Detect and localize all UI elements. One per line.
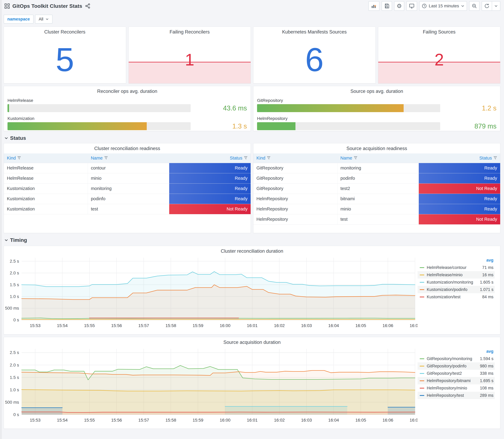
settings-button[interactable]: ⚙ — [394, 1, 404, 11]
variable-value-text: All — [39, 17, 43, 22]
dashboard-header: GitOps Toolkit Cluster Stats ⚙ — [0, 0, 504, 12]
svg-text:15:53: 15:53 — [30, 418, 40, 423]
gauge-label: Kustomization — [8, 116, 247, 121]
series-name[interactable]: GitRepository/test2 — [427, 371, 462, 376]
column-label: Name — [91, 156, 102, 161]
legend-item: Kustomization/podinfo1.071 s — [418, 286, 495, 293]
chevron-down-icon — [45, 17, 49, 21]
scrollbar-track[interactable] — [0, 0, 2, 439]
column-label: Status — [479, 156, 492, 161]
variable-namespace-value[interactable]: All — [35, 15, 52, 24]
time-range-label: Last 15 minutes — [429, 3, 459, 8]
panel-title[interactable]: Failing Sources — [378, 27, 500, 35]
cell-status: Ready — [419, 173, 500, 183]
cell-name: minio — [88, 173, 169, 183]
time-series-plot[interactable]: 0 s500 ms1.0 s1.5 s2.0 s2.5 s15:5315:541… — [4, 255, 418, 329]
stats-row: Cluster Reconcilers 5 Failing Reconciler… — [0, 27, 504, 84]
save-dashboard-button[interactable] — [381, 1, 392, 11]
tv-mode-button[interactable] — [406, 1, 417, 11]
svg-text:15:55: 15:55 — [84, 323, 95, 328]
series-name[interactable]: Kustomization/monitoring — [427, 280, 473, 285]
series-name[interactable]: Kustomization/test — [427, 295, 461, 299]
filter-icon[interactable] — [17, 156, 21, 160]
series-avg-value: 980 ms — [480, 364, 493, 368]
chevron-down-icon — [4, 136, 8, 140]
series-name[interactable]: HelmRepository/bitnami — [427, 378, 471, 383]
panel-title[interactable]: Kubernetes Manifests Sources — [253, 27, 375, 35]
series-avg-value: 16 ms — [482, 273, 493, 277]
column-label: Name — [340, 156, 352, 161]
column-header-name[interactable]: Name — [337, 153, 419, 163]
section-timing[interactable]: Timing — [0, 233, 504, 245]
panel-title[interactable]: Source acquisition duration — [4, 337, 500, 345]
svg-text:16:07: 16:07 — [410, 323, 418, 328]
series-name[interactable]: GitRepository/monitoring — [427, 356, 472, 361]
panel-title[interactable]: Reconciler ops avg. duration — [8, 86, 247, 94]
panel-title[interactable]: Source ops avg. duration — [257, 86, 496, 94]
filter-icon[interactable] — [493, 156, 497, 160]
dashboard-icon — [5, 3, 10, 9]
gauge-track — [8, 122, 191, 130]
series-color-swatch — [420, 267, 424, 268]
panel-title[interactable]: Failing Reconcilers — [129, 27, 251, 35]
clock-icon — [422, 3, 427, 9]
svg-text:16:00: 16:00 — [220, 418, 230, 423]
column-header-status[interactable]: Status — [169, 153, 251, 163]
panel-title[interactable]: Cluster reconciliation readiness — [4, 143, 251, 151]
panel-title[interactable]: Source acquisition readiness — [253, 143, 500, 151]
cell-status: Ready — [169, 163, 251, 173]
cell-name: monitoring — [337, 163, 419, 173]
series-color-swatch — [420, 388, 424, 389]
series-color-swatch — [420, 289, 424, 290]
legend-item: Kustomization/monitoring1.605 s — [418, 279, 495, 286]
legend-item: GitRepository/monitoring1.594 s — [418, 355, 495, 362]
time-series-plot[interactable]: 0 s500 ms1.0 s1.5 s2.0 s2.5 s15:5315:541… — [4, 346, 418, 424]
cell-name: podinfo — [337, 173, 419, 183]
svg-text:15:56: 15:56 — [111, 418, 122, 423]
svg-text:15:58: 15:58 — [165, 323, 176, 328]
readiness-table: KindNameStatusHelmReleasecontourReadyHel… — [4, 153, 251, 214]
svg-text:16:03: 16:03 — [301, 323, 312, 328]
series-color-swatch — [420, 282, 424, 283]
cell-status: Ready — [419, 204, 500, 214]
table-row: GitRepositorymonitoringReady — [253, 163, 500, 173]
panel-title[interactable]: Cluster Reconcilers — [4, 27, 126, 35]
filter-icon[interactable] — [354, 156, 357, 160]
filter-icon[interactable] — [267, 156, 270, 160]
series-name[interactable]: HelmRelease/minio — [427, 273, 463, 277]
legend-avg-header[interactable]: avg — [418, 257, 495, 264]
column-header-name[interactable]: Name — [88, 153, 169, 163]
panel-title[interactable]: Cluster reconciliation duration — [4, 246, 500, 254]
panel-kubernetes-manifests-sources: Kubernetes Manifests Sources 6 — [253, 27, 376, 84]
column-header-status[interactable]: Status — [419, 153, 500, 163]
refresh-button[interactable] — [482, 1, 492, 10]
column-header-kind[interactable]: Kind — [253, 153, 337, 163]
cell-status: Ready — [169, 173, 251, 183]
series-avg-value: 338 ms — [480, 371, 493, 376]
svg-text:16:00: 16:00 — [220, 323, 230, 328]
series-name[interactable]: HelmRepository/test — [427, 393, 464, 398]
svg-text:1.5 s: 1.5 s — [10, 375, 19, 380]
chart-legend: avgGitRepository/monitoring1.594 sGitRep… — [418, 346, 499, 424]
series-name[interactable]: HelmRelease/contour — [427, 265, 467, 270]
panel-cluster-reconciliation-readiness: Cluster reconciliation readiness KindNam… — [4, 143, 251, 233]
series-name[interactable]: Kustomization/podinfo — [427, 287, 467, 292]
filter-icon[interactable] — [104, 156, 108, 160]
legend-item: HelmRelease/minio16 ms — [418, 271, 495, 279]
column-header-kind[interactable]: Kind — [4, 153, 88, 163]
chevron-down-icon — [4, 238, 8, 242]
svg-text:15:58: 15:58 — [165, 418, 176, 423]
share-icon[interactable] — [85, 3, 90, 9]
series-name[interactable]: GitRepository/podinfo — [427, 364, 467, 368]
zoom-out-button[interactable] — [469, 1, 479, 11]
add-panel-button[interactable] — [369, 1, 380, 11]
section-status[interactable]: Status — [0, 131, 504, 143]
cell-kind: Kustomization — [4, 183, 88, 194]
tables-row: Cluster reconciliation readiness KindNam… — [0, 143, 504, 233]
legend-avg-header[interactable]: avg — [418, 348, 495, 355]
series-name[interactable]: HelmRepository/minio — [427, 386, 467, 390]
time-range-picker[interactable]: Last 15 minutes — [419, 1, 467, 11]
variable-namespace-label[interactable]: namespace — [4, 15, 34, 24]
filter-icon[interactable] — [244, 156, 247, 160]
refresh-interval-dropdown[interactable] — [492, 1, 500, 10]
